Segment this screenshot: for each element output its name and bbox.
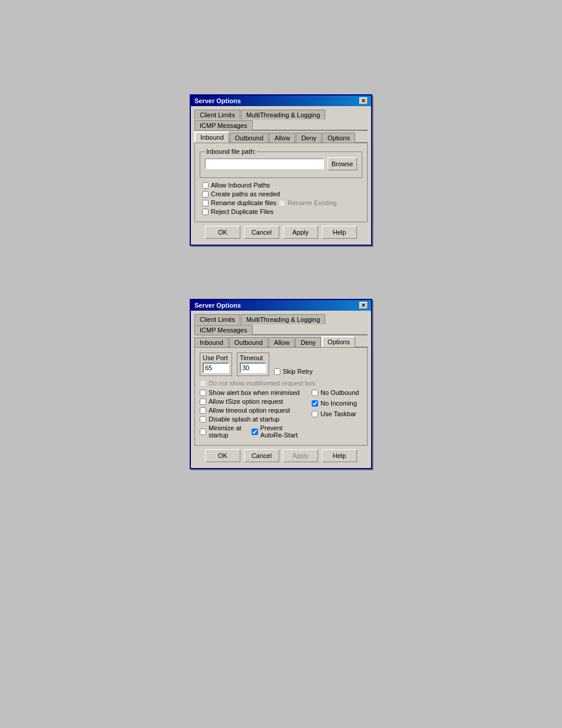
tab-outbound-1[interactable]: Outbound: [230, 133, 269, 143]
dialog-title-2: Server Options: [194, 302, 241, 309]
tab-multithreading-2[interactable]: MultiThreading & Logging: [241, 314, 325, 324]
disable-splash-row: Disable splash at startup: [200, 416, 306, 423]
tab-deny-1[interactable]: Deny: [296, 133, 322, 143]
ok-button-2[interactable]: OK: [205, 449, 240, 462]
allow-inbound-paths-row: Allow Inbound Paths: [202, 182, 362, 189]
disable-splash-checkbox[interactable]: [200, 416, 206, 423]
rename-existing-label: Rename Existing: [287, 199, 336, 206]
show-alert-row: Show alert box when minimised: [200, 389, 306, 396]
create-paths-checkbox[interactable]: [202, 191, 209, 197]
dialog-content-1: Client Limits MultiThreading & Logging I…: [191, 106, 371, 245]
apply-button-2[interactable]: Apply: [283, 449, 318, 462]
tabs-row-2-top: Inbound Outbound Allow Deny Options: [194, 131, 368, 143]
allow-tsize-row: Allow tSize option request: [200, 398, 306, 405]
prevent-autorestart-checkbox[interactable]: [252, 429, 258, 435]
skip-retry-label: Skip Retry: [283, 368, 313, 375]
tab-deny-2[interactable]: Deny: [295, 337, 321, 347]
no-incoming-label: No Incoming: [320, 400, 357, 407]
do-not-show-row: Do not show multihomed request box: [200, 380, 362, 387]
port-timeout-row: Use Port Timeout Skip Retry: [200, 353, 362, 376]
tab-icmp-2[interactable]: ICMP Messages: [194, 325, 253, 335]
timeout-group: Timeout: [237, 353, 269, 376]
do-not-show-checkbox: [200, 380, 206, 387]
reject-duplicate-label: Reject Duplicate Files: [211, 208, 273, 215]
use-taskbar-checkbox[interactable]: [312, 411, 318, 417]
button-row-2: OK Cancel Apply Help: [194, 446, 368, 463]
reject-duplicate-checkbox[interactable]: [202, 209, 209, 215]
inbound-checkboxes: Allow Inbound Paths Create paths as need…: [200, 182, 362, 215]
use-port-input[interactable]: [203, 363, 229, 373]
options-left-col: Show alert box when minimised Allow tSiz…: [200, 389, 306, 440]
rename-duplicate-label: Rename duplicate files: [211, 199, 276, 206]
tabs-row-2-bottom: Inbound Outbound Allow Deny Options: [194, 336, 368, 348]
no-outbound-label: No Outbound: [320, 389, 359, 396]
no-incoming-checkbox[interactable]: [312, 400, 318, 407]
cancel-button-2[interactable]: Cancel: [244, 449, 279, 462]
inbound-path-legend: Inbound file path:: [205, 148, 257, 155]
use-port-label: Use Port: [203, 354, 229, 361]
server-options-dialog-2: Server Options ✕ Client Limits MultiThre…: [190, 299, 372, 469]
tab-multithreading-1[interactable]: MultiThreading & Logging: [241, 110, 325, 120]
disable-splash-label: Disable splash at startup: [209, 416, 279, 423]
minimize-at-startup-checkbox[interactable]: [200, 429, 206, 435]
browse-button[interactable]: Browse: [328, 157, 357, 170]
no-outbound-row: No Outbound: [312, 389, 362, 396]
help-button-2[interactable]: Help: [322, 449, 357, 462]
show-alert-label: Show alert box when minimised: [209, 389, 300, 396]
timeout-label: Timeout: [240, 354, 266, 361]
use-taskbar-label: Use Taskbar: [320, 410, 356, 417]
options-tab-panel: Use Port Timeout Skip Retry Do not show …: [194, 348, 368, 446]
allow-timeout-checkbox[interactable]: [200, 407, 206, 414]
allow-timeout-label: Allow timeout option request: [209, 407, 290, 414]
help-button-1[interactable]: Help: [322, 226, 357, 239]
tabs-row-1-bottom: Client Limits MultiThreading & Logging I…: [194, 313, 368, 335]
no-incoming-row: No Incoming: [312, 400, 362, 407]
apply-button-1[interactable]: Apply: [283, 226, 318, 239]
server-options-dialog-1: Server Options ✕ Client Limits MultiThre…: [190, 94, 372, 246]
ok-button-1[interactable]: OK: [205, 226, 240, 239]
allow-timeout-row: Allow timeout option request: [200, 407, 306, 414]
rename-duplicate-checkbox[interactable]: [202, 200, 209, 206]
tab-options-2[interactable]: Options: [322, 336, 355, 347]
dialog-title-1: Server Options: [194, 97, 241, 104]
inbound-path-fieldset: Inbound file path: Browse: [200, 148, 362, 178]
rename-duplicate-row: Rename duplicate files Rename Existing: [202, 199, 362, 206]
tab-inbound-1[interactable]: Inbound: [194, 131, 229, 143]
close-button-2[interactable]: ✕: [359, 302, 368, 309]
tab-options-1[interactable]: Options: [322, 133, 355, 143]
allow-tsize-checkbox[interactable]: [200, 398, 206, 405]
allow-inbound-paths-label: Allow Inbound Paths: [211, 182, 270, 189]
titlebar-1: Server Options ✕: [191, 95, 371, 106]
tab-icmp-1[interactable]: ICMP Messages: [194, 120, 253, 130]
cancel-button-1[interactable]: Cancel: [244, 226, 279, 239]
allow-inbound-paths-checkbox[interactable]: [202, 182, 209, 189]
tab-client-limits-2[interactable]: Client Limits: [194, 314, 240, 324]
tabs-row-1-top: Client Limits MultiThreading & Logging I…: [194, 108, 368, 131]
tab-allow-1[interactable]: Allow: [269, 133, 295, 143]
titlebar-buttons-2: ✕: [359, 302, 368, 309]
options-right-col: No Outbound No Incoming Use Taskbar: [309, 389, 362, 440]
do-not-show-label: Do not show multihomed request box: [209, 380, 316, 387]
skip-retry-checkbox[interactable]: [274, 368, 280, 375]
tab-client-limits-1[interactable]: Client Limits: [194, 110, 240, 120]
show-alert-checkbox[interactable]: [200, 390, 206, 396]
reject-duplicate-row: Reject Duplicate Files: [202, 208, 362, 215]
no-outbound-checkbox[interactable]: [312, 390, 318, 396]
button-row-1: OK Cancel Apply Help: [194, 222, 368, 240]
tab-outbound-2[interactable]: Outbound: [229, 337, 268, 347]
skip-retry-row: Skip Retry: [274, 368, 313, 375]
allow-tsize-label: Allow tSize option request: [209, 398, 283, 405]
inbound-file-path-input[interactable]: [205, 159, 324, 169]
use-port-group: Use Port: [200, 353, 232, 376]
timeout-input[interactable]: [240, 363, 266, 373]
rename-existing-checkbox: [279, 200, 285, 206]
minimize-at-startup-label: Minimize at startup: [209, 424, 249, 439]
dialog-content-2: Client Limits MultiThreading & Logging I…: [191, 311, 371, 468]
options-two-col: Show alert box when minimised Allow tSiz…: [200, 389, 362, 440]
titlebar-buttons-1: ✕: [359, 97, 368, 104]
minimize-at-startup-row: Minimize at startup Prevent AutoRe-Start: [200, 424, 306, 439]
tab-allow-2[interactable]: Allow: [269, 337, 295, 347]
close-button-1[interactable]: ✕: [359, 97, 368, 104]
titlebar-2: Server Options ✕: [191, 300, 371, 311]
tab-inbound-2[interactable]: Inbound: [194, 337, 229, 347]
